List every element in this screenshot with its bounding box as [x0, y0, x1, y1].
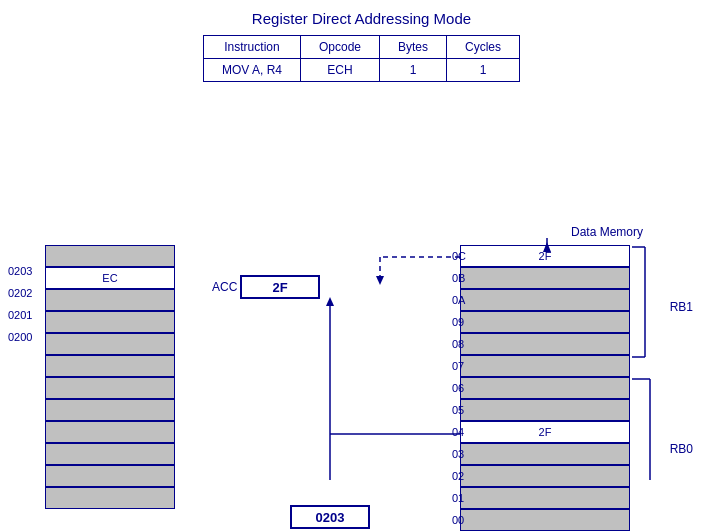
pc-box: 0203: [290, 505, 370, 529]
svg-marker-6: [376, 276, 384, 285]
dm-row-0B: [460, 267, 630, 289]
addr-0201: 0201: [8, 309, 32, 321]
addr-0203: 0203: [8, 265, 32, 277]
dm-addr-05: 05: [452, 404, 464, 416]
dm-row-05: [460, 399, 630, 421]
addr-0200: 0200: [8, 331, 32, 343]
col-bytes: Bytes: [380, 36, 447, 59]
rb0-label: RB0: [670, 442, 693, 456]
dm-row-09: [460, 311, 630, 333]
col-instruction: Instruction: [203, 36, 300, 59]
diagram: EC 0203 0202 0201 0200 ACC 2F 0203 Progr…: [0, 90, 723, 480]
dm-addr-09: 09: [452, 316, 464, 328]
dm-row-0A: [460, 289, 630, 311]
prog-mem-row-gray4: [45, 333, 175, 355]
page-title: Register Direct Addressing Mode: [0, 0, 723, 27]
data-memory: 2F 2F: [460, 245, 630, 531]
dm-row-02: [460, 465, 630, 487]
dm-row-07: [460, 355, 630, 377]
prog-mem-row-gray3: [45, 311, 175, 333]
cell-opcode: ECH: [300, 59, 379, 82]
dm-addr-00: 00: [452, 514, 464, 526]
prog-mem-row-gray2: [45, 289, 175, 311]
prog-mem-row-gray1: [45, 245, 175, 267]
prog-mem-row-gray8: [45, 421, 175, 443]
prog-mem-row-ec: EC: [45, 267, 175, 289]
dm-addr-0C: 0C: [452, 250, 466, 262]
cell-bytes: 1: [380, 59, 447, 82]
dm-row-01: [460, 487, 630, 509]
dm-row-00: [460, 509, 630, 531]
dm-row-0C: 2F: [460, 245, 630, 267]
addr-0202: 0202: [8, 287, 32, 299]
dm-addr-01: 01: [452, 492, 464, 504]
prog-mem-row-gray7: [45, 399, 175, 421]
dm-addr-0A: 0A: [452, 294, 465, 306]
instruction-table: Instruction Opcode Bytes Cycles MOV A, R…: [203, 35, 520, 82]
prog-mem-row-gray6: [45, 377, 175, 399]
prog-mem-row-gray11: [45, 487, 175, 509]
prog-mem-row-gray5: [45, 355, 175, 377]
dm-addr-07: 07: [452, 360, 464, 372]
col-opcode: Opcode: [300, 36, 379, 59]
col-cycles: Cycles: [447, 36, 520, 59]
cell-cycles: 1: [447, 59, 520, 82]
dm-row-04: 2F: [460, 421, 630, 443]
dm-addr-03: 03: [452, 448, 464, 460]
dm-addr-06: 06: [452, 382, 464, 394]
program-memory: EC: [45, 245, 175, 509]
acc-box: 2F: [240, 275, 320, 299]
dm-addr-08: 08: [452, 338, 464, 350]
dm-addr-02: 02: [452, 470, 464, 482]
prog-mem-row-gray10: [45, 465, 175, 487]
svg-marker-3: [326, 297, 334, 306]
dm-addr-04: 04: [452, 426, 464, 438]
rb1-label: RB1: [670, 300, 693, 314]
dm-row-03: [460, 443, 630, 465]
data-memory-label: Data Memory: [571, 225, 643, 239]
acc-label: ACC: [212, 280, 237, 294]
dm-addr-0B: 0B: [452, 272, 465, 284]
dm-row-08: [460, 333, 630, 355]
dm-row-06: [460, 377, 630, 399]
cell-instruction: MOV A, R4: [203, 59, 300, 82]
prog-mem-row-gray9: [45, 443, 175, 465]
